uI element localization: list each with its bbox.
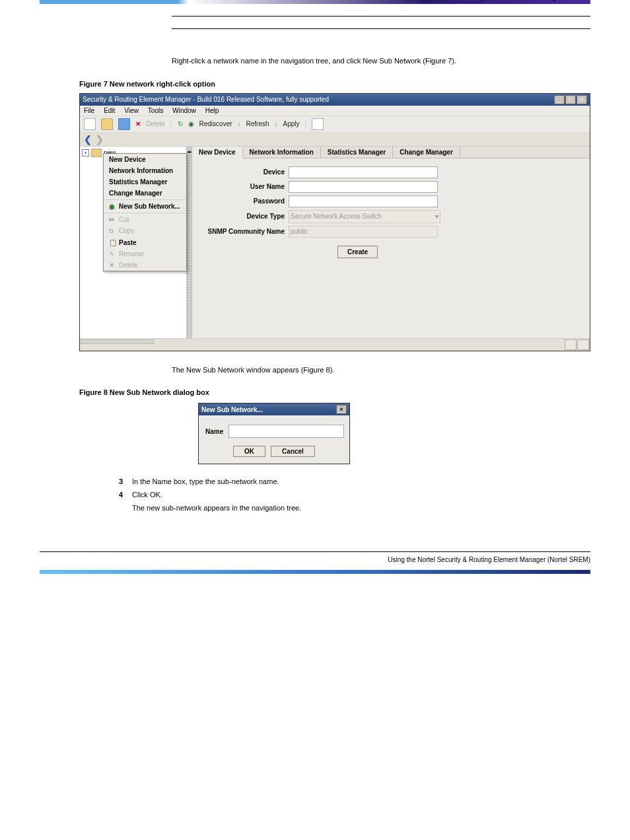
close-button[interactable]: × bbox=[577, 95, 587, 104]
copy-icon: ⧉ bbox=[109, 227, 117, 235]
menu-file[interactable]: File bbox=[84, 107, 94, 114]
tab-stats-manager[interactable]: Statistics Manager bbox=[321, 147, 393, 158]
dialog-close-button[interactable]: × bbox=[336, 405, 347, 414]
menu-help[interactable]: Help bbox=[205, 107, 219, 114]
delete-button: Delete bbox=[146, 120, 165, 127]
cm-network-info[interactable]: Network Information bbox=[104, 165, 186, 176]
back-icon[interactable]: ❮ bbox=[84, 134, 92, 145]
password-input[interactable] bbox=[289, 195, 438, 207]
menu-bar: File Edit View Tools Window Help bbox=[80, 106, 590, 116]
maximize-button[interactable]: □ bbox=[565, 95, 576, 104]
delete-icon: ✕ bbox=[135, 120, 141, 127]
dialog-title: New Sub Network... bbox=[201, 406, 263, 413]
cm-change-manager[interactable]: Change Manager bbox=[104, 188, 186, 199]
tab-network-info[interactable]: Network Information bbox=[243, 147, 321, 158]
tab-change-manager[interactable]: Change Manager bbox=[393, 147, 460, 158]
user-input[interactable] bbox=[289, 181, 438, 193]
cm-copy: ⧉Copy bbox=[104, 225, 186, 237]
user-label: User Name bbox=[205, 183, 285, 190]
tree-pane: + new New Device Network Information Sta… bbox=[80, 147, 187, 338]
minimize-button[interactable]: _ bbox=[554, 95, 565, 104]
body-paragraph-2: The New Sub Network window appears (Figu… bbox=[172, 365, 590, 376]
nav-bar: ❮ ❯ bbox=[80, 133, 590, 147]
status-bar bbox=[80, 338, 590, 351]
name-label: Name bbox=[205, 428, 223, 435]
page-number: 23 bbox=[582, 0, 590, 1]
status-icon-1[interactable] bbox=[565, 339, 577, 350]
chapter-title: Element Management bbox=[505, 0, 577, 1]
new-sub-network-dialog: New Sub Network... × Name OK Cancel bbox=[198, 403, 350, 464]
rediscover-icon[interactable]: ↻ bbox=[178, 120, 183, 127]
chevron-down-icon: ▾ bbox=[435, 213, 438, 220]
refresh-icon[interactable]: ↓ bbox=[238, 120, 241, 127]
footer-right: Using the Nortel Security & Routing Elem… bbox=[388, 556, 590, 563]
separator-icon: | bbox=[305, 120, 307, 127]
cm-new-sub-network[interactable]: ◉New Sub Network... bbox=[104, 201, 186, 212]
folder-icon bbox=[91, 149, 102, 157]
step-text: Click OK. bbox=[132, 491, 162, 499]
device-label: Device bbox=[205, 168, 285, 176]
cancel-button[interactable]: Cancel bbox=[271, 446, 315, 457]
globe-icon: ◉ bbox=[109, 203, 117, 210]
context-menu: New Device Network Information Statistic… bbox=[103, 153, 187, 271]
dialog-title-bar[interactable]: New Sub Network... × bbox=[199, 403, 349, 415]
title-bar[interactable]: Security & Routing Element Manager - Bui… bbox=[80, 94, 590, 106]
menu-tools[interactable]: Tools bbox=[148, 107, 163, 114]
separator-icon: | bbox=[170, 120, 172, 127]
apply-button[interactable]: Apply bbox=[283, 120, 300, 127]
device-input[interactable] bbox=[289, 166, 438, 178]
menu-window[interactable]: Window bbox=[172, 107, 196, 114]
open-icon[interactable] bbox=[101, 118, 113, 130]
menu-view[interactable]: View bbox=[124, 107, 139, 114]
password-label: Password bbox=[205, 197, 285, 205]
step-number: 3 bbox=[119, 477, 132, 485]
snmp-input bbox=[289, 226, 438, 238]
splitter[interactable]: ◂▸ bbox=[187, 147, 192, 338]
content-pane: New Device Network Information Statistic… bbox=[192, 147, 590, 338]
cm-rename: ✎Rename bbox=[104, 248, 186, 260]
tab-strip: New Device Network Information Statistic… bbox=[192, 147, 590, 158]
delete-icon: ✕ bbox=[109, 262, 117, 269]
device-type-label: Device Type bbox=[205, 213, 285, 220]
refresh-button[interactable]: Refresh bbox=[246, 120, 269, 127]
new-icon[interactable] bbox=[84, 118, 96, 130]
figure-caption-2: Figure 8 New Sub Network dialog box bbox=[79, 388, 590, 396]
globe-icon[interactable]: ◉ bbox=[188, 120, 194, 127]
create-button[interactable]: Create bbox=[337, 246, 378, 258]
cut-icon: ✂ bbox=[109, 216, 117, 223]
body-paragraph: Right-click a network name in the naviga… bbox=[172, 55, 590, 67]
tab-new-device[interactable]: New Device bbox=[192, 147, 243, 158]
result-text: The new sub-network appears in the navig… bbox=[132, 504, 590, 512]
rediscover-button[interactable]: Rediscover bbox=[199, 120, 232, 127]
forward-icon: ❯ bbox=[96, 134, 104, 145]
cm-cut: ✂Cut bbox=[104, 214, 186, 225]
save-icon[interactable] bbox=[118, 118, 130, 130]
status-icon-2[interactable] bbox=[577, 339, 589, 350]
chapter-label: Chapter 2 bbox=[467, 0, 499, 1]
toolbar: ✕ Delete | ↻ ◉ Rediscover ↓ Refresh ↓ Ap… bbox=[80, 116, 590, 133]
cm-paste[interactable]: 📋Paste bbox=[104, 237, 186, 248]
window-icon[interactable] bbox=[312, 118, 324, 130]
window-title: Security & Routing Element Manager - Bui… bbox=[83, 96, 329, 103]
ok-button[interactable]: OK bbox=[233, 446, 265, 457]
app-window: Security & Routing Element Manager - Bui… bbox=[79, 93, 590, 351]
device-type-select: Secure Network Access Switch▾ bbox=[289, 210, 440, 223]
snmp-label: SNMP Community Name bbox=[205, 228, 285, 235]
menu-edit[interactable]: Edit bbox=[104, 107, 115, 114]
figure-caption: Figure 7 New network right-click option bbox=[79, 80, 590, 88]
step-text: In the Name box, type the sub-network na… bbox=[132, 477, 279, 485]
rename-icon: ✎ bbox=[109, 250, 117, 258]
cm-delete: ✕Delete bbox=[104, 260, 186, 271]
cm-stats-manager[interactable]: Statistics Manager bbox=[104, 176, 186, 188]
apply-icon[interactable]: ↓ bbox=[275, 120, 278, 127]
cm-new-device[interactable]: New Device bbox=[104, 154, 186, 165]
paste-icon: 📋 bbox=[109, 239, 117, 246]
status-progress bbox=[81, 339, 155, 344]
tree-expand-icon[interactable]: + bbox=[82, 149, 89, 157]
name-input[interactable] bbox=[228, 425, 344, 438]
step-number: 4 bbox=[119, 491, 132, 499]
